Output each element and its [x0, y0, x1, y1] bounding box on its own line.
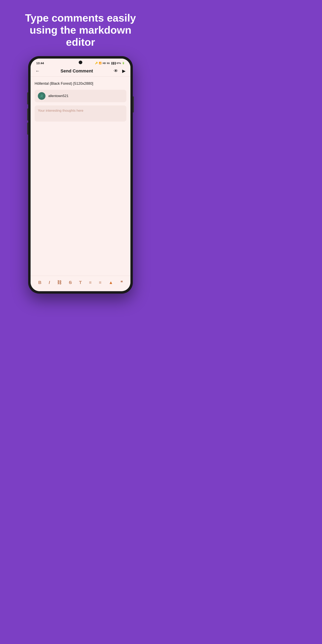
status-wifi-icon: 📶: [99, 62, 102, 64]
phone-shell: 13:44 🔑 📶 HD 5G ▐▐▐ 87% 🔋 ← Send Comment…: [28, 56, 133, 294]
send-button[interactable]: ▶: [122, 69, 126, 73]
camera-notch: [79, 60, 82, 64]
comment-textarea[interactable]: Your interesting thoughts here: [34, 106, 126, 122]
status-signal-icon: ▐▐▐: [111, 62, 116, 64]
status-key-icon: 🔑: [95, 62, 98, 64]
strikethrough-button[interactable]: S: [68, 280, 73, 286]
photo-title: Höllental (Black Forest) [5120x2880]: [34, 81, 126, 86]
top-bar: ← Send Comment 👁 ▶: [30, 66, 130, 76]
preview-button[interactable]: 👁: [114, 69, 118, 73]
status-5g-label: 5G: [107, 62, 110, 64]
back-button[interactable]: ←: [36, 69, 40, 73]
unordered-list-button[interactable]: ≡: [98, 280, 102, 286]
ordered-list-button[interactable]: ≡: [88, 280, 92, 286]
bold-button[interactable]: B: [38, 280, 42, 286]
username-label: allentown521: [48, 94, 68, 98]
status-time: 13:44: [36, 62, 44, 65]
hero-line2: using the markdown: [30, 24, 132, 36]
markdown-toolbar: B I ⛓ S T ≡ ≡ ▲ ❝: [30, 276, 130, 291]
battery-percentage: 87%: [116, 62, 121, 64]
link-button[interactable]: ⛓: [56, 280, 62, 286]
screen-title: Send Comment: [60, 68, 93, 74]
phone-screen: 13:44 🔑 📶 HD 5G ▐▐▐ 87% 🔋 ← Send Comment…: [30, 58, 130, 291]
user-avatar: R: [38, 92, 46, 100]
text-size-button[interactable]: T: [78, 280, 82, 286]
status-hd-label: HD: [103, 62, 106, 64]
content-area: Höllental (Black Forest) [5120x2880] R a…: [30, 77, 130, 276]
blockquote-button[interactable]: ❝: [120, 280, 124, 286]
comment-placeholder: Your interesting thoughts here: [38, 109, 83, 112]
hero-line1: Type comments easily: [25, 12, 136, 24]
hero-line3: editor: [66, 36, 95, 48]
hero-text: Type comments easily using the markdown …: [13, 0, 148, 56]
status-bar: 13:44 🔑 📶 HD 5G ▐▐▐ 87% 🔋: [30, 58, 130, 66]
flex-spacer: [34, 125, 126, 276]
avatar-letter: R: [40, 94, 43, 98]
status-icons: 🔑 📶 HD 5G ▐▐▐ 87% 🔋: [95, 62, 125, 64]
warning-button[interactable]: ▲: [108, 280, 114, 286]
battery-icon: 🔋: [122, 62, 125, 64]
user-chip: R allentown521: [34, 90, 126, 102]
top-bar-icons: 👁 ▶: [114, 69, 126, 73]
italic-button[interactable]: I: [48, 280, 51, 286]
